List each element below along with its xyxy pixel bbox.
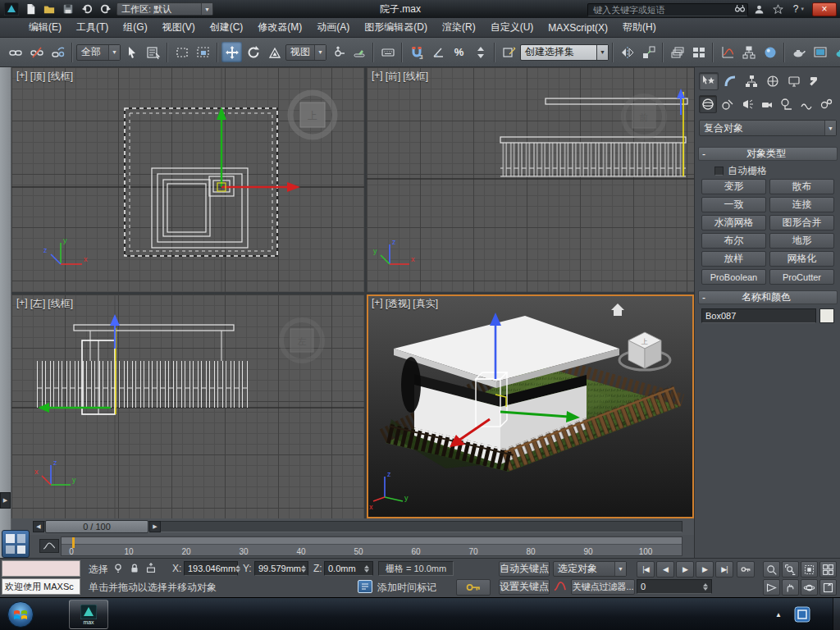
tray-icon-ime[interactable] bbox=[794, 606, 810, 623]
spinner[interactable] bbox=[235, 565, 240, 573]
viewport-menu-pov[interactable]: [透视] bbox=[386, 297, 411, 311]
start-button[interactable] bbox=[7, 600, 34, 628]
tab-utilities[interactable] bbox=[806, 72, 825, 90]
viewport-left[interactable]: [+] [左] [线框] bbox=[11, 294, 364, 518]
sign-in-icon[interactable] bbox=[751, 2, 767, 16]
viewport-layout-button[interactable] bbox=[2, 530, 30, 558]
object-color-swatch[interactable] bbox=[819, 308, 834, 323]
viewport-menu-general[interactable]: [+] bbox=[16, 70, 28, 84]
category-geometry[interactable] bbox=[699, 95, 717, 113]
curve-editor-icon[interactable] bbox=[717, 42, 737, 62]
pan-hand-icon[interactable] bbox=[782, 579, 799, 596]
menu-animation[interactable]: 动画(A) bbox=[309, 18, 357, 38]
viewport-menu-pov[interactable]: [左] bbox=[30, 297, 46, 311]
app-menu-icon[interactable] bbox=[3, 2, 20, 16]
next-frame-button[interactable]: ▶ bbox=[696, 561, 714, 578]
search-input[interactable] bbox=[587, 3, 748, 16]
absolute-offset-mode-icon[interactable] bbox=[144, 562, 158, 575]
rendered-frame-window-icon[interactable] bbox=[810, 42, 830, 62]
tab-display[interactable] bbox=[784, 72, 804, 90]
button-connect[interactable]: 连接 bbox=[769, 197, 834, 212]
new-scene-icon[interactable] bbox=[22, 2, 39, 16]
selection-filter-dropdown[interactable]: 全部 ▼ bbox=[76, 44, 121, 61]
category-space-warps[interactable] bbox=[797, 95, 815, 113]
ribbon-toggle-icon[interactable] bbox=[688, 42, 709, 62]
open-file-icon[interactable] bbox=[41, 2, 57, 16]
z-coordinate-field[interactable]: 0.0mm bbox=[324, 561, 373, 576]
workspace-dropdown[interactable]: 工作区: 默认 ▼ bbox=[116, 2, 213, 16]
category-shapes[interactable] bbox=[719, 95, 737, 113]
category-helpers[interactable] bbox=[778, 95, 796, 113]
selection-set-dropdown[interactable]: 选定对象 ▼ bbox=[553, 561, 627, 577]
go-to-start-button[interactable]: |◀ bbox=[637, 561, 655, 578]
viewport-perspective[interactable]: [+] [透视] [真实] bbox=[367, 294, 694, 518]
isolate-selection-icon[interactable] bbox=[112, 562, 125, 575]
align-icon[interactable] bbox=[638, 42, 659, 62]
spinner[interactable] bbox=[364, 565, 369, 573]
autogrid-checkbox[interactable] bbox=[714, 167, 724, 176]
edit-named-selection-sets-icon[interactable] bbox=[499, 42, 519, 62]
named-selection-sets-dropdown[interactable]: 创建选择集 ▼ bbox=[520, 44, 609, 61]
taskbar-app-button-3dsmax[interactable]: max bbox=[69, 600, 108, 629]
select-and-rotate-icon[interactable] bbox=[243, 42, 263, 62]
viewport-menu-general[interactable]: [+] bbox=[372, 70, 383, 84]
render-production-icon[interactable] bbox=[831, 42, 840, 62]
menu-views[interactable]: 视图(V) bbox=[155, 18, 203, 38]
zoom-icon[interactable] bbox=[763, 561, 780, 578]
button-procutter[interactable]: ProCutter bbox=[769, 269, 834, 285]
button-mesher[interactable]: 网格化 bbox=[769, 251, 834, 267]
tab-create[interactable] bbox=[699, 72, 719, 90]
move-gizmo[interactable] bbox=[217, 107, 300, 192]
spinner[interactable] bbox=[703, 583, 708, 591]
viewport-top[interactable]: [+] [顶] [线框] bbox=[11, 67, 364, 292]
rectangular-selection-region-icon[interactable] bbox=[171, 42, 192, 62]
rollout-object-type[interactable]: - 对象类型 bbox=[698, 147, 838, 161]
go-to-end-button[interactable]: ▶| bbox=[715, 561, 733, 578]
layer-manager-icon[interactable] bbox=[667, 42, 687, 62]
button-scatter[interactable]: 散布 bbox=[769, 179, 834, 194]
auto-key-button[interactable]: 自动关键点 bbox=[499, 561, 550, 577]
y-coordinate-field[interactable]: 99.579mm bbox=[254, 561, 308, 576]
button-morph[interactable]: 变形 bbox=[701, 179, 766, 194]
viewcube[interactable]: 左 bbox=[281, 320, 322, 361]
menu-maxscript[interactable]: MAXScript(X) bbox=[541, 18, 615, 38]
viewport-menu-pov[interactable]: [前] bbox=[386, 70, 401, 84]
maxscript-mini-listener-bottom[interactable]: 欢迎使用 MAXSc bbox=[2, 578, 80, 595]
snaps-toggle-icon[interactable]: 3 bbox=[406, 42, 427, 62]
keyboard-shortcut-override-icon[interactable] bbox=[377, 42, 398, 62]
select-and-manipulate-icon[interactable] bbox=[349, 42, 369, 62]
add-time-tag-label[interactable]: 添加时间标记 bbox=[377, 581, 436, 595]
tab-modify[interactable] bbox=[720, 72, 740, 90]
schematic-view-icon[interactable] bbox=[738, 42, 759, 62]
save-file-icon[interactable] bbox=[60, 2, 76, 16]
undo-icon[interactable] bbox=[79, 2, 95, 16]
menu-edit[interactable]: 编辑(E) bbox=[21, 18, 69, 38]
viewport-menu-general[interactable]: [+] bbox=[16, 297, 28, 311]
tray-hidden-icons-arrow[interactable]: ▲ bbox=[771, 608, 786, 621]
button-loft[interactable]: 放样 bbox=[701, 251, 766, 267]
tab-hierarchy[interactable] bbox=[742, 72, 761, 90]
x-coordinate-field[interactable]: 193.046mm bbox=[184, 561, 238, 576]
viewcube-home-icon[interactable] bbox=[611, 304, 624, 316]
zoom-extents-all-icon[interactable] bbox=[819, 561, 837, 578]
maxscript-mini-listener-top[interactable] bbox=[2, 560, 80, 577]
key-filters-button[interactable]: 关键点过滤器... bbox=[571, 579, 635, 595]
set-key-toggle-button[interactable]: 设置关键点 bbox=[499, 579, 550, 595]
menu-help[interactable]: 帮助(H) bbox=[615, 18, 664, 38]
select-and-move-icon[interactable] bbox=[221, 42, 242, 62]
object-category-dropdown[interactable]: 复合对象 ▼ bbox=[699, 120, 837, 136]
viewport-menu-shading[interactable]: [线框] bbox=[403, 70, 428, 84]
select-object-icon[interactable] bbox=[121, 42, 142, 62]
menu-create[interactable]: 创建(C) bbox=[203, 18, 251, 38]
window-crossing-toggle-icon[interactable] bbox=[193, 42, 213, 62]
viewport-menu-shading[interactable]: [线框] bbox=[48, 70, 73, 84]
rollout-name-and-color[interactable]: - 名称和颜色 bbox=[698, 290, 838, 304]
button-terrain[interactable]: 地形 bbox=[769, 233, 834, 249]
viewport-menu-shading[interactable]: [真实] bbox=[413, 297, 438, 311]
angle-snap-icon[interactable] bbox=[427, 42, 448, 62]
previous-frame-button[interactable]: ◀ bbox=[656, 561, 674, 578]
reference-coordinate-system-dropdown[interactable]: 视图 ▼ bbox=[285, 44, 326, 61]
viewport-menu-shading[interactable]: [线框] bbox=[48, 297, 73, 311]
menu-graph-editors[interactable]: 图形编辑器(D) bbox=[357, 18, 435, 38]
category-lights[interactable] bbox=[738, 95, 756, 113]
